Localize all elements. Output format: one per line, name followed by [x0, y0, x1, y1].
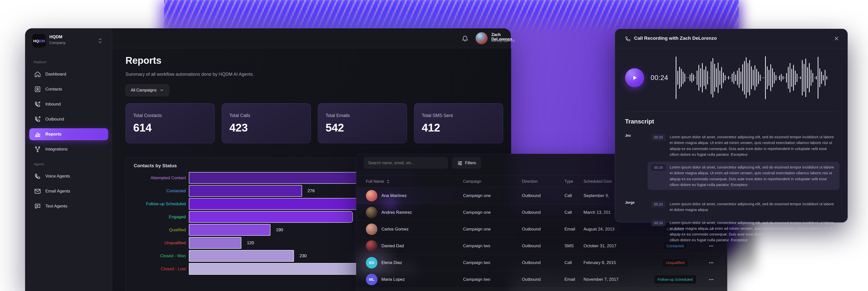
transcript-entry[interactable]: 00:24Lorem ipsum dolor sit amet, consect… — [648, 198, 839, 215]
timestamp-chip[interactable]: 00:24 — [651, 201, 665, 208]
cell-campaign: Campaign two — [463, 254, 490, 271]
chart-bar[interactable] — [189, 211, 353, 223]
cell-direction: Outbound — [522, 187, 541, 204]
table-search — [364, 157, 448, 169]
message-icon — [34, 203, 41, 210]
waveform-bar — [702, 63, 703, 93]
transcript-entries: 00:24Lorem ipsum dolor sit amet, consect… — [648, 132, 839, 192]
audio-waveform[interactable] — [676, 55, 838, 100]
cell-scheduled-date: March 13, 201 — [584, 204, 611, 221]
transcript-text: Lorem ipsum dolor sit amet, consectetur … — [670, 220, 836, 243]
timestamp-chip[interactable]: 00:24 — [651, 134, 665, 141]
speaker-label: Jorge — [625, 198, 648, 248]
waveform-bar — [821, 72, 822, 84]
waveform-bar — [781, 74, 782, 81]
sidebar-item-text-agents[interactable]: Text Agents — [29, 200, 108, 212]
stat-card-total-emails: Total Emails542 — [318, 103, 407, 143]
logo-text-dm: DM — [39, 39, 45, 43]
company-name: HQDM — [49, 35, 62, 39]
timestamp-chip[interactable]: 00:24 — [651, 164, 665, 171]
transcript-text: Lorem ipsum dolor sit amet, consectetur … — [670, 134, 836, 157]
chart-category-label: Closed - Won — [128, 250, 186, 262]
call-recording-modal: Call Recording with Zach DeLorenzo 00:24… — [615, 29, 848, 222]
cell-direction: Outbound — [522, 271, 541, 288]
chart-bar[interactable] — [189, 185, 302, 197]
waveform-bar — [758, 72, 759, 84]
sidebar-item-inbound[interactable]: Inbound — [29, 98, 108, 110]
play-icon — [631, 74, 638, 81]
sidebar-item-reports[interactable]: Reports — [29, 128, 108, 140]
page-title: Reports — [125, 55, 161, 66]
user-avatar[interactable] — [475, 32, 488, 44]
transcript-entry[interactable]: 00:24Lorem ipsum dolor sit amet, consect… — [648, 217, 839, 246]
avatar: ED — [366, 257, 377, 268]
transcript-entry[interactable]: 00:24Lorem ipsum dolor sit amet, consect… — [648, 132, 839, 160]
transcript-entry[interactable]: 00:24Lorem ipsum dolor sit amet, consect… — [648, 162, 839, 190]
transcript-text: Lorem ipsum dolor sit amet, consectetur … — [670, 201, 836, 213]
sidebar-item-label: Email Agents — [45, 189, 70, 194]
waveform-bar — [767, 66, 768, 89]
waveform-bar — [686, 77, 687, 78]
waveform-bar — [728, 76, 729, 79]
contact-card-icon — [34, 85, 41, 93]
waveform-bar — [681, 69, 682, 87]
table-row[interactable]: EDElena DiazCampaign twoOutboundCallFebr… — [356, 254, 727, 271]
user-email: zach@hqdm.io — [491, 38, 515, 42]
integrations-icon — [34, 145, 41, 153]
waveform-bar — [807, 67, 808, 88]
stat-label: Total SMS Sent — [422, 113, 453, 118]
chart-category-label: Follow-up Scheduled — [128, 198, 186, 210]
waveform-bar — [725, 75, 725, 80]
row-menu-icon[interactable]: ••• — [709, 271, 721, 288]
sidebar-item-email-agents[interactable]: Email Agents — [29, 185, 108, 197]
column-header-type[interactable]: Type — [564, 176, 573, 187]
sidebar-item-voice-agents[interactable]: Voice Agents — [29, 170, 108, 182]
avatar — [366, 240, 377, 252]
cell-campaign: Campaign two — [463, 271, 490, 288]
cell-scheduled-date: August 24, 2013 — [584, 221, 615, 238]
sidebar-item-integrations[interactable]: Integrations — [29, 143, 108, 155]
chart-bar[interactable] — [189, 237, 241, 249]
stat-value: 412 — [422, 121, 440, 134]
waveform-bar — [788, 67, 788, 89]
phone-icon — [625, 36, 631, 42]
sidebar-section-label: Platform — [34, 60, 46, 64]
waveform-bar — [809, 63, 810, 93]
waveform-bar — [769, 70, 769, 86]
column-header-campaign[interactable]: Campaign — [463, 176, 481, 187]
column-header-full-name[interactable]: Full Name — [366, 176, 390, 187]
table-row[interactable]: MLMaria LopezCampaign twoOutboundEmailNo… — [356, 271, 727, 288]
sort-icon[interactable] — [386, 179, 390, 184]
chart-bar[interactable] — [189, 250, 294, 262]
chevrons-up-down-icon[interactable] — [97, 37, 103, 44]
play-button[interactable] — [625, 68, 644, 87]
bell-icon[interactable] — [461, 35, 469, 42]
transcript: Jex00:24Lorem ipsum dolor sit amet, cons… — [625, 132, 839, 254]
workspace-switcher[interactable]: HQDM HQDM Company — [32, 34, 107, 48]
filters-button[interactable]: Filters — [452, 157, 481, 169]
row-menu-icon[interactable]: ••• — [709, 254, 721, 271]
waveform-bar — [827, 76, 827, 79]
sidebar-item-dashboard[interactable]: Dashboard — [29, 68, 108, 80]
campaign-filter-dropdown[interactable]: All Campaigns — [125, 84, 169, 96]
chart-bar[interactable] — [189, 224, 271, 236]
transcript-text: Lorem ipsum dolor sit amet, consectetur … — [670, 164, 836, 187]
sidebar-item-contacts[interactable]: Contacts — [29, 83, 108, 95]
column-header-direction[interactable]: Direction — [522, 176, 538, 187]
chart-category-label: Engaged — [128, 211, 186, 223]
waveform-bar — [676, 57, 676, 99]
cell-type: Call — [564, 204, 572, 221]
close-icon[interactable] — [833, 36, 839, 41]
stat-card-total-contacts: Total Contacts614 — [125, 103, 215, 143]
waveform-bar — [760, 74, 761, 81]
column-header-scheduled-date[interactable]: Scheduled Date — [584, 176, 612, 187]
waveform-bar — [793, 65, 794, 91]
search-input[interactable] — [368, 161, 443, 165]
waveform-bar — [700, 68, 701, 87]
timestamp-chip[interactable]: 00:24 — [651, 220, 665, 226]
waveform-bar — [719, 71, 720, 85]
cell-status: Unqualified — [649, 254, 702, 271]
sidebar-item-outbound[interactable]: Outbound — [29, 113, 108, 125]
mail-icon — [34, 187, 41, 195]
waveform-bar — [741, 72, 741, 84]
